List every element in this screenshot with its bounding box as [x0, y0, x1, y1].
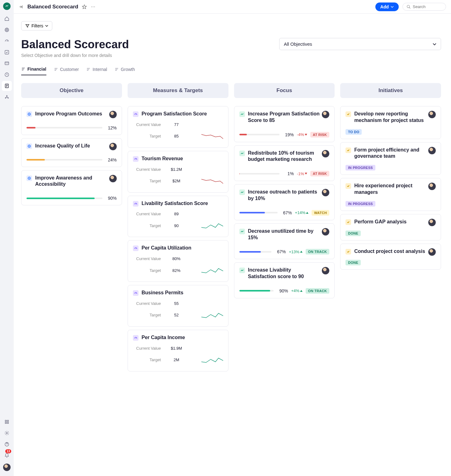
current-value-label: Current Value: [133, 346, 167, 351]
assignee-avatar[interactable]: [322, 150, 329, 157]
measure-card[interactable]: Tourism RevenueCurrent Value$1.2MTarget$…: [128, 151, 228, 193]
objective-icon: [26, 111, 32, 117]
measure-card[interactable]: Program Satisfaction ScoreCurrent Value7…: [128, 106, 228, 148]
app-logo[interactable]: [3, 2, 11, 10]
focus-card[interactable]: Increase Program Satisfaction Score to 8…: [234, 106, 335, 142]
card-title: Improve Awareness and Accessibility: [35, 175, 117, 188]
tab-internal[interactable]: Internal: [86, 67, 107, 75]
svg-rect-4: [5, 62, 9, 65]
col-head-focus: Focus: [234, 83, 335, 98]
apps-icon[interactable]: [2, 417, 12, 427]
initiative-card[interactable]: Perform GAP analysisDONE: [340, 214, 441, 240]
target-label: Target: [133, 134, 167, 138]
progress-bar: [239, 134, 280, 135]
focus-card[interactable]: Increase Livability Satisfaction score t…: [234, 262, 335, 298]
assignee-avatar[interactable]: [109, 175, 117, 182]
card-title: Tourism Revenue: [142, 156, 223, 162]
assignee-avatar[interactable]: [109, 143, 117, 150]
user-avatar[interactable]: [3, 464, 11, 471]
focus-icon: [239, 268, 245, 273]
favorite-icon[interactable]: [82, 4, 87, 9]
settings-icon[interactable]: [2, 428, 12, 438]
measure-card[interactable]: Per Capita IncomeCurrent Value$1.9MTarge…: [128, 330, 228, 371]
status-badge: ON TRACK: [306, 249, 329, 254]
filters-button[interactable]: Filters: [21, 21, 52, 30]
current-value: $1.2M: [167, 167, 186, 172]
progress-pct: 12%: [106, 125, 117, 130]
card-title: Per Capita Income: [142, 334, 223, 341]
page-subtitle: Select Objective and drill down for more…: [21, 53, 129, 58]
card-title: Per Capita Utilization: [142, 245, 223, 251]
svg-point-25: [29, 178, 30, 179]
card-title: Form project efficiency and governance t…: [354, 147, 436, 160]
card-title: Business Permits: [142, 290, 223, 296]
current-value: 89: [167, 212, 186, 216]
focus-card[interactable]: Increase outreach to patients by 10%67%+…: [234, 184, 335, 220]
card-title: Increase Program Satisfaction Score to 8…: [248, 111, 330, 124]
initiative-card[interactable]: Hire experienced project managersIN PROG…: [340, 178, 441, 211]
status-badge: TO DO: [345, 129, 362, 135]
assignee-avatar[interactable]: [428, 248, 436, 256]
assignee-avatar[interactable]: [428, 147, 436, 154]
assignee-avatar[interactable]: [109, 111, 117, 118]
sparkline: [201, 311, 223, 320]
objective-icon: [26, 143, 32, 149]
progress-bar: [239, 212, 278, 213]
svg-rect-12: [5, 422, 7, 423]
objectives-dropdown[interactable]: All Objectives: [279, 38, 441, 50]
card-title: Develop new reporting mechanism for proj…: [354, 111, 436, 124]
target-label: Target: [133, 179, 167, 183]
status-badge: AT RISK: [310, 171, 329, 176]
notifications-icon[interactable]: 13: [2, 450, 12, 460]
board-icon[interactable]: [2, 58, 12, 68]
target-icon[interactable]: [2, 25, 12, 35]
target-label: Target: [133, 357, 167, 362]
tab-growth[interactable]: Growth: [115, 67, 135, 75]
measure-card[interactable]: Business PermitsCurrent Value55Target52: [128, 285, 228, 327]
measure-card[interactable]: Per Capita UtilizationCurrent Value80%Ta…: [128, 240, 228, 282]
target-value: 90: [167, 223, 186, 228]
focus-card[interactable]: Redistribute 10% of tourism budget marke…: [234, 145, 335, 181]
dashboard-icon[interactable]: [2, 36, 12, 46]
objective-card[interactable]: Improve Program Outcomes12%: [21, 106, 122, 135]
initiative-card[interactable]: Develop new reporting mechanism for proj…: [340, 106, 441, 139]
expand-sidebar-icon[interactable]: [19, 4, 24, 9]
notification-count: 13: [5, 449, 11, 453]
objective-card[interactable]: Increase Quality of Life24%: [21, 138, 122, 167]
card-title: Redistribute 10% of tourism budget marke…: [248, 150, 330, 163]
status-badge: IN PROGRESS: [345, 165, 375, 170]
card-title: Increase Quality of Life: [35, 143, 117, 149]
more-icon[interactable]: [91, 4, 96, 9]
help-icon[interactable]: [2, 439, 12, 449]
check-icon[interactable]: [2, 47, 12, 57]
measure-icon: [133, 335, 139, 341]
progress-pct: 90%: [106, 196, 117, 201]
assignee-avatar[interactable]: [428, 219, 436, 226]
clock-icon[interactable]: [2, 70, 12, 80]
objective-column: Improve Program Outcomes12%Increase Qual…: [21, 106, 122, 371]
assignee-avatar[interactable]: [322, 228, 329, 236]
svg-rect-13: [7, 422, 8, 423]
current-value: 80%: [167, 256, 186, 261]
assignee-avatar[interactable]: [428, 183, 436, 190]
initiative-card[interactable]: Conduct project cost analysisDONE: [340, 244, 441, 270]
breadcrumb-title[interactable]: Balanced Scorecard: [27, 4, 78, 10]
filters-label: Filters: [31, 23, 43, 28]
tab-customer[interactable]: Customer: [54, 67, 79, 75]
objective-card[interactable]: Improve Awareness and Accessibility90%: [21, 170, 122, 206]
add-button[interactable]: Add: [375, 2, 399, 11]
measure-card[interactable]: Livability Satisfaction ScoreCurrent Val…: [128, 196, 228, 237]
page-title: Balanced Scorecard: [21, 38, 129, 51]
search-box[interactable]: [402, 3, 446, 11]
focus-card[interactable]: Decrease unutilized time by 15%67%+13%ON…: [234, 223, 335, 259]
org-icon[interactable]: [2, 92, 12, 102]
tab-financial[interactable]: Financial: [21, 67, 46, 75]
home-icon[interactable]: [2, 14, 12, 24]
search-input[interactable]: [413, 4, 441, 9]
assignee-avatar[interactable]: [428, 111, 436, 118]
topbar: Balanced Scorecard Add: [14, 0, 451, 14]
scorecard-icon[interactable]: [2, 81, 12, 91]
add-button-label: Add: [380, 4, 389, 9]
initiatives-column: Develop new reporting mechanism for proj…: [340, 106, 441, 371]
initiative-card[interactable]: Form project efficiency and governance t…: [340, 142, 441, 175]
